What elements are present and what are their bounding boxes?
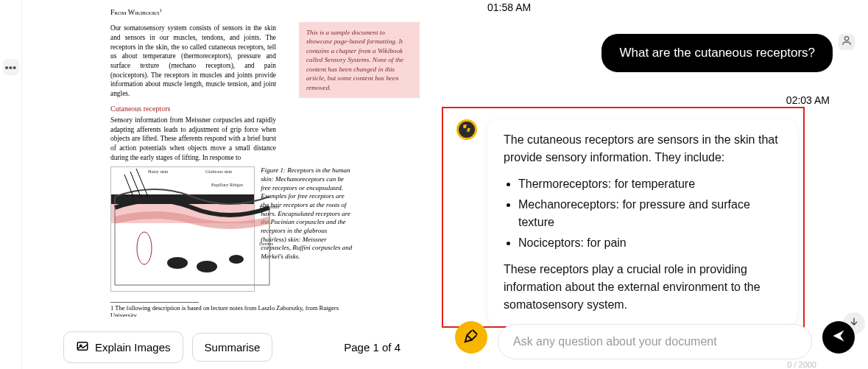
svg-point-5 (197, 261, 217, 273)
user-message-bubble: What are the cutaneous receptors? (601, 34, 833, 72)
svg-line-2 (136, 169, 148, 197)
footnote-rule (110, 302, 199, 303)
footnote: 1 The following description is based on … (110, 304, 353, 317)
send-button[interactable] (822, 321, 855, 354)
summarise-label: Summarise (205, 341, 261, 354)
section-heading: Cutaneous receptors (110, 105, 276, 113)
assistant-outro: These receptors play a crucial role in p… (504, 261, 781, 314)
rail-more-button[interactable]: ••• (3, 59, 19, 75)
assistant-list: Thermoreceptors: for temperature Mechano… (518, 175, 781, 252)
assistant-message-bubble: The cutaneous receptors are sensors in t… (487, 119, 797, 326)
document-toolbar: Explain Images Summarise Page 1 of 4 (22, 325, 442, 369)
user-avatar (839, 34, 855, 50)
left-rail: ••• (0, 0, 22, 369)
assistant-avatar (456, 119, 477, 140)
svg-point-6 (229, 255, 244, 264)
document-pane: From Wikibooks1 This is a sample documen… (22, 0, 442, 369)
sample-callout: This is a sample document to showcase pa… (299, 22, 420, 98)
summarise-button[interactable]: Summarise (192, 333, 273, 362)
figure-caption: Figure 1: Receptors in the human skin: M… (261, 166, 353, 292)
page-indicator: Page 1 of 4 (344, 341, 401, 354)
chat-pane: 01:58 AM What are the cutaneous receptor… (442, 0, 868, 369)
send-icon (831, 328, 846, 346)
user-message-row: What are the cutaneous receptors? (455, 34, 855, 72)
timestamp-1: 01:58 AM (487, 1, 855, 13)
chat-input[interactable] (498, 324, 812, 359)
person-icon (841, 35, 853, 49)
doc-source-line: From Wikibooks1 (110, 7, 353, 16)
more-icon: ••• (5, 61, 17, 74)
list-item: Thermoreceptors: for temperature (518, 175, 781, 193)
broom-icon (463, 328, 479, 347)
list-item: Nociceptors: for pain (518, 234, 781, 252)
svg-point-3 (137, 232, 152, 264)
svg-point-9 (844, 37, 848, 41)
skin-figure: Hairy skin Glabrous skin Papillary Ridge… (110, 166, 255, 292)
list-item: Mechanoreceptors: for pressure and surfa… (518, 196, 781, 231)
section-body: Sensory information from Meissner corpus… (110, 116, 276, 162)
assistant-intro: The cutaneous receptors are sensors in t… (504, 131, 781, 166)
timestamp-2: 02:03 AM (786, 94, 830, 106)
char-counter: 0 / 2000 (787, 360, 816, 369)
svg-point-4 (167, 257, 188, 269)
clear-chat-button[interactable] (455, 321, 487, 354)
document-page: From Wikibooks1 This is a sample documen… (37, 0, 427, 317)
bot-icon (462, 123, 472, 136)
assistant-highlight-box: The cutaneous receptors are sensors in t… (442, 107, 805, 328)
doc-intro: Our somatosensory system consists of sen… (110, 24, 276, 99)
explain-images-label: Explain Images (95, 341, 171, 354)
explain-images-button[interactable]: Explain Images (63, 331, 183, 363)
image-icon (76, 340, 89, 355)
